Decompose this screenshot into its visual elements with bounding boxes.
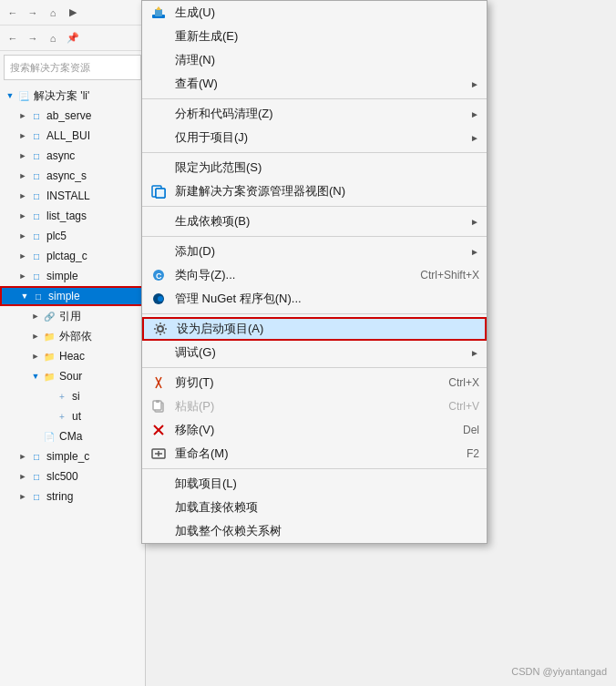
- menu-label: 粘贴(P): [175, 398, 214, 415]
- menu-item-new-view[interactable]: 新建解决方案资源管理器视图(N): [142, 179, 487, 203]
- tree-item-install[interactable]: ► □ INSTALL: [0, 186, 145, 206]
- menu-item-debug[interactable]: 调试(G) ►: [142, 341, 487, 364]
- menu-item-rename[interactable]: 重命名(M) F2: [142, 442, 487, 466]
- menu-item-analyze[interactable]: 分析和代码清理(Z) ►: [142, 102, 487, 126]
- nav-pin-button[interactable]: 📌: [64, 29, 82, 47]
- item-label: async: [46, 149, 75, 162]
- project-icon: □: [29, 209, 44, 223]
- svg-point-10: [158, 326, 163, 332]
- tree-item-ref[interactable]: ► 🔗 引用: [0, 306, 145, 326]
- menu-label: 加载整个依赖关系树: [175, 523, 282, 539]
- menu-item-load-direct[interactable]: 加载直接依赖项: [142, 496, 487, 519]
- tree-item-string[interactable]: ► □ string: [0, 486, 145, 507]
- item-label: ut: [72, 410, 81, 423]
- expand-arrow: ►: [16, 470, 29, 483]
- item-label: simple_c: [46, 450, 89, 463]
- menu-label: 设为启动项目(A): [177, 321, 263, 337]
- project-icon: □: [29, 269, 44, 283]
- file-icon: 📄: [42, 429, 56, 444]
- menu-item-cut[interactable]: 剪切(T) Ctrl+X: [142, 371, 487, 394]
- tree-item-plctag-c[interactable]: ► □ plctag_c: [0, 246, 145, 266]
- menu-separator-5: [142, 313, 487, 314]
- menu-item-clean[interactable]: 清理(N): [142, 48, 487, 72]
- tree-item-async[interactable]: ► □ async: [0, 146, 145, 166]
- forward-button[interactable]: →: [24, 4, 42, 22]
- svg-rect-5: [156, 189, 165, 198]
- tree-item-async-st[interactable]: ► □ async_s: [0, 166, 145, 186]
- folder-icon: 📁: [42, 329, 56, 343]
- project-icon: □: [31, 289, 46, 303]
- nav-home-button[interactable]: ⌂: [44, 29, 62, 47]
- sync-button[interactable]: ▶: [64, 4, 82, 22]
- project-icon: □: [29, 128, 44, 143]
- submenu-arrow: ►: [470, 348, 479, 358]
- gear-icon: [151, 320, 169, 338]
- paste-icon: [149, 397, 168, 415]
- solution-label: 解决方案 'li': [34, 88, 89, 104]
- menu-label: 管理 NuGet 程序包(N)...: [175, 291, 302, 307]
- item-label: Sour: [59, 370, 82, 383]
- tree-item-external[interactable]: ► 📁 外部依: [0, 326, 145, 346]
- tree-item-ut[interactable]: + ut: [0, 406, 145, 426]
- shortcut-label: Ctrl+Shift+X: [420, 269, 479, 282]
- shortcut-label: F2: [467, 447, 479, 460]
- menu-item-only-project[interactable]: 仅用于项目(J) ►: [142, 126, 487, 149]
- tree-item-header[interactable]: ► 📁 Heac: [0, 346, 145, 366]
- nav-back-button[interactable]: ←: [4, 29, 22, 47]
- ref-icon: 🔗: [42, 309, 56, 323]
- menu-item-add[interactable]: 添加(D) ►: [142, 240, 487, 263]
- menu-item-unload[interactable]: 卸载项目(L): [142, 472, 487, 496]
- item-label: si: [72, 390, 80, 403]
- tree-item-simple-c[interactable]: ► □ simple_c: [0, 446, 145, 466]
- expand-arrow: ►: [16, 149, 29, 162]
- menu-item-load-all[interactable]: 加载整个依赖关系树: [142, 519, 487, 543]
- item-label: string: [46, 490, 73, 503]
- tree-item-solution[interactable]: ▼ 📃 解决方案 'li': [0, 86, 145, 106]
- menu-separator-1: [142, 98, 487, 99]
- menu-separator-6: [142, 367, 487, 368]
- menu-label: 清理(N): [175, 52, 215, 68]
- menu-label: 重命名(M): [175, 445, 229, 462]
- menu-item-build[interactable]: 生成(U): [142, 1, 487, 25]
- tree-item-si[interactable]: + si: [0, 386, 145, 406]
- tree-item-plc5[interactable]: ► □ plc5: [0, 226, 145, 246]
- search-bar[interactable]: 搜索解决方案资源: [4, 55, 141, 80]
- expand-arrow: ►: [29, 310, 42, 323]
- menu-item-paste[interactable]: 粘贴(P) Ctrl+V: [142, 394, 487, 418]
- tree-item-simple-top[interactable]: ► □ simple: [0, 266, 145, 286]
- menu-item-rebuild[interactable]: 重新生成(E): [142, 25, 487, 48]
- toolbar-top: ← → ⌂ ▶: [0, 0, 145, 26]
- menu-item-gen-deps[interactable]: 生成依赖项(B) ►: [142, 210, 487, 233]
- tree-item-ab-server[interactable]: ► □ ab_serve: [0, 106, 145, 126]
- submenu-arrow: ►: [470, 109, 479, 119]
- project-icon: □: [29, 169, 44, 183]
- tree-item-cmake[interactable]: 📄 CMa: [0, 426, 145, 446]
- expand-arrow: ►: [16, 270, 29, 282]
- tree-item-source[interactable]: ▼ 📁 Sour: [0, 366, 145, 386]
- project-icon: □: [29, 469, 44, 484]
- expand-arrow: ►: [16, 189, 29, 202]
- tree-item-all-build[interactable]: ► □ ALL_BUI: [0, 126, 145, 146]
- item-label: ALL_BUI: [46, 129, 90, 142]
- menu-item-nuget[interactable]: 管理 NuGet 程序包(N)...: [142, 287, 487, 311]
- item-label: Heac: [59, 350, 85, 363]
- menu-item-view[interactable]: 查看(W) ►: [142, 72, 487, 96]
- item-label: plctag_c: [46, 250, 87, 262]
- tree-item-list-tags[interactable]: ► □ list_tags: [0, 206, 145, 226]
- menu-item-remove[interactable]: 移除(V) Del: [142, 418, 487, 442]
- tree-item-simple-selected[interactable]: ▼ □ simple: [0, 286, 145, 306]
- expand-arrow: ►: [16, 109, 29, 122]
- home-button[interactable]: ⌂: [44, 4, 62, 22]
- nav-forward-button[interactable]: →: [24, 29, 42, 47]
- menu-item-limit-scope[interactable]: 限定为此范围(S): [142, 156, 487, 179]
- back-button[interactable]: ←: [4, 4, 22, 22]
- item-label: simple: [46, 270, 78, 282]
- project-icon: □: [29, 189, 44, 203]
- item-label: 引用: [59, 309, 81, 324]
- menu-item-wizard[interactable]: C 类向导(Z)... Ctrl+Shift+X: [142, 263, 487, 287]
- item-label: simple: [48, 290, 80, 302]
- svg-marker-2: [156, 6, 161, 10]
- tree-item-slc500[interactable]: ► □ slc500: [0, 466, 145, 486]
- menu-item-set-startup[interactable]: 设为启动项目(A): [142, 317, 487, 341]
- nav-bar: ← → ⌂ 📌: [0, 26, 145, 51]
